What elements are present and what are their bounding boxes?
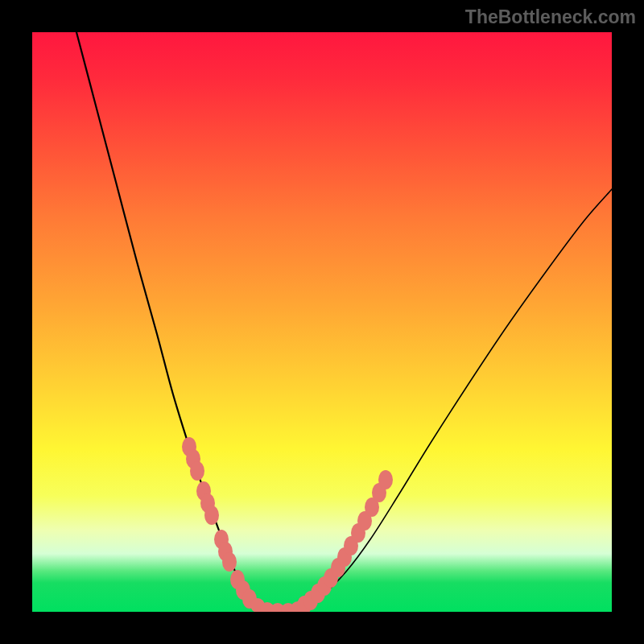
marker-group-left xyxy=(182,437,257,609)
plot-area xyxy=(32,32,612,612)
chart-frame: TheBottleneck.com xyxy=(0,0,644,644)
bottleneck-curve-svg xyxy=(32,32,612,612)
marker-group-right xyxy=(297,470,393,612)
data-marker xyxy=(204,506,219,525)
watermark-text: TheBottleneck.com xyxy=(465,6,636,28)
data-marker xyxy=(222,552,237,572)
data-marker xyxy=(190,461,204,481)
data-marker xyxy=(378,470,393,489)
marker-group-bottom xyxy=(250,598,305,612)
curve-right-branch xyxy=(282,189,612,610)
curve-left-branch xyxy=(76,32,282,610)
